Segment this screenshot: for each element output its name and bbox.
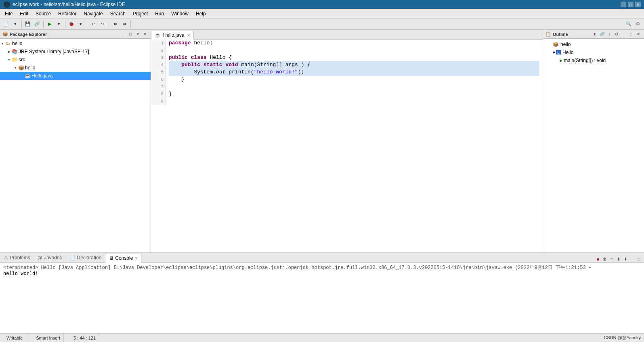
editor-tab-bar: ☕ Hello.java ✕ <box>151 30 543 40</box>
new-button[interactable]: 📄 <box>2 20 10 29</box>
console-close-button[interactable]: ✕ <box>134 256 138 261</box>
code-lines[interactable]: package hello; public class Hello { publ… <box>166 40 543 105</box>
debug-button[interactable]: 🐞 <box>67 20 76 29</box>
hello-pkg-arrow: ▾ <box>13 65 18 70</box>
tree-item-hello-project[interactable]: ▾ 🗂 hello <box>0 40 151 48</box>
eclipse-icon: 🌑 <box>3 1 10 8</box>
menu-refactor[interactable]: Refactor <box>55 9 80 18</box>
minimize-outline[interactable]: _ <box>621 31 627 38</box>
outline-hello-class-label: Hello <box>562 50 573 55</box>
tab-javadoc-label: Javadoc <box>44 255 62 261</box>
menu-window[interactable]: Window <box>168 9 192 18</box>
toolbar-btn-5[interactable]: ↪ <box>98 20 107 29</box>
view-menu-pe-button[interactable]: ▾ <box>134 31 141 38</box>
run-dropdown[interactable]: ▾ <box>55 20 63 29</box>
toolbar-btn-3[interactable]: 🔗 <box>33 20 42 29</box>
close-window-button[interactable]: ✕ <box>635 2 641 7</box>
toolbar-btn-7[interactable]: ➡ <box>120 20 129 29</box>
code-line-6: } <box>169 76 539 83</box>
console-minimize[interactable]: _ <box>629 256 636 262</box>
outline-btn-3[interactable]: ↕ <box>606 31 613 38</box>
outline-btn-2[interactable]: 🔗 <box>599 31 605 38</box>
preferences-button[interactable]: ⚙ <box>634 20 642 29</box>
console-maximize[interactable]: □ <box>636 256 642 262</box>
search-toolbar-button[interactable]: 🔍 <box>624 20 633 29</box>
maximize-button[interactable]: □ <box>628 2 634 7</box>
maximize-outline[interactable]: □ <box>628 31 634 38</box>
status-position: 5 : 44 : 121 <box>70 334 99 342</box>
tab-declaration[interactable]: 📄 Declaration <box>66 253 105 262</box>
menubar: File Edit Source Refactor Navigate Searc… <box>0 9 644 19</box>
outline-btn-4[interactable]: ⚙ <box>613 31 620 38</box>
package-icon: 📦 <box>18 65 24 71</box>
editor-area: ☕ Hello.java ✕ 1 2 3 4 5 6 <box>151 30 543 252</box>
code-line-1: package hello; <box>169 40 539 47</box>
java-arrow <box>19 73 24 78</box>
menu-file[interactable]: File <box>2 9 16 18</box>
tab-problems-label: Problems <box>10 255 30 261</box>
run-button[interactable]: ▶ <box>45 20 54 29</box>
outline-method-icon: ● <box>559 58 562 63</box>
tab-console[interactable]: 🖥 Console ✕ <box>105 254 141 263</box>
titlebar-title: eclipse work - hello/src/hello/Hello.jav… <box>13 2 125 7</box>
code-line-2 <box>169 47 539 54</box>
save-button[interactable]: 💾 <box>23 20 32 29</box>
menu-search[interactable]: Search <box>107 9 129 18</box>
file-tree: ▾ 🗂 hello ▶ 📚 JRE System Library [JavaSE… <box>0 39 151 252</box>
code-content: 1 2 3 4 5 6 7 8 9 package hello; <box>151 40 543 105</box>
tab-hello-java[interactable]: ☕ Hello.java ✕ <box>151 31 194 40</box>
maximize-pe-button[interactable]: □ <box>127 31 134 38</box>
outline-item-hello-pkg[interactable]: 📦 hello <box>545 40 642 48</box>
statusbar: Writable Smart Insert 5 : 44 : 121 CSDN … <box>0 333 644 342</box>
console-terminated-line: <terminated> Hello [Java Application] E:… <box>3 264 641 271</box>
package-explorer-icon: 📦 <box>2 31 8 37</box>
menu-help[interactable]: Help <box>193 9 209 18</box>
tree-item-hello-package[interactable]: ▾ 📦 hello <box>0 64 151 72</box>
tab-problems[interactable]: ⚠ Problems <box>0 253 34 262</box>
outline-item-main[interactable]: ● main(String[]) : void <box>545 56 642 65</box>
package-explorer-panel: 📦 Package Explorer _ □ ▾ ✕ ▾ 🗂 hello <box>0 30 151 252</box>
debug-dropdown[interactable]: ▾ <box>76 20 85 29</box>
tree-item-jre[interactable]: ▶ 📚 JRE System Library [JavaSE-17] <box>0 48 151 56</box>
code-line-9 <box>169 98 539 105</box>
outline-item-hello-class[interactable]: ▾ 🅲 Hello <box>545 48 642 56</box>
tab-javadoc[interactable]: @ Javadoc <box>34 253 66 262</box>
console-btn-5[interactable]: ⬇ <box>622 256 629 262</box>
code-line-3: public class Hello { <box>169 54 539 61</box>
menu-run[interactable]: Run <box>152 9 167 18</box>
hello-java-label: Hello.java <box>31 73 53 79</box>
console-btn-3[interactable]: ≡ <box>608 256 615 262</box>
tree-item-src[interactable]: ▾ 📁 src <box>0 56 151 64</box>
outline-class-arrow: ▾ <box>553 50 555 55</box>
tab-console-label: Console <box>115 255 133 261</box>
toolbar-btn-6[interactable]: ⬅ <box>111 20 120 29</box>
package-explorer-controls: _ □ ▾ ✕ <box>120 31 148 38</box>
line-num-1: 1 <box>153 40 164 47</box>
close-pe-button[interactable]: ✕ <box>142 31 148 38</box>
console-btn-4[interactable]: ⬆ <box>615 256 622 262</box>
outline-header: 📋 Outline ⬆ 🔗 ↕ ⚙ _ □ ✕ <box>543 30 644 39</box>
collapse-all-outline[interactable]: ⬆ <box>592 31 598 38</box>
outline-tree: 📦 hello ▾ 🅲 Hello ● main(String[]) : voi… <box>543 39 644 252</box>
problems-icon: ⚠ <box>4 255 8 261</box>
minimize-pe-button[interactable]: _ <box>120 31 126 38</box>
tree-item-hello-java[interactable]: ☕ Hello.java <box>0 72 151 80</box>
hello-project-arrow: ▾ <box>0 41 5 46</box>
toolbar-btn-4[interactable]: ↩ <box>89 20 98 29</box>
console-clear-btn[interactable]: 🗑 <box>602 256 608 262</box>
toolbar-btn-2[interactable]: ▾ <box>11 20 20 29</box>
code-editor[interactable]: 1 2 3 4 5 6 7 8 9 package hello; <box>151 40 543 252</box>
line-num-4: 4 <box>153 61 164 69</box>
status-smart-insert: Smart Insert <box>33 334 64 342</box>
console-stop-btn[interactable]: ■ <box>595 256 601 262</box>
menu-project[interactable]: Project <box>130 9 151 18</box>
menu-edit[interactable]: Edit <box>17 9 31 18</box>
toolbar-sep-2 <box>43 21 44 28</box>
close-outline[interactable]: ✕ <box>635 31 642 38</box>
minimize-button[interactable]: – <box>621 2 626 7</box>
src-arrow: ▾ <box>6 57 11 62</box>
menu-source[interactable]: Source <box>32 9 54 18</box>
menu-navigate[interactable]: Navigate <box>80 9 106 18</box>
tab-close-button[interactable]: ✕ <box>187 33 190 38</box>
src-icon: 📁 <box>11 56 18 63</box>
